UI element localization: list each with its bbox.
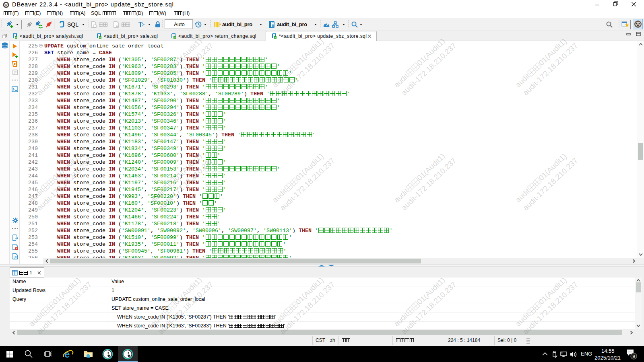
- svg-text:9: 9: [633, 354, 635, 359]
- svg-text:(x): (x): [13, 255, 18, 259]
